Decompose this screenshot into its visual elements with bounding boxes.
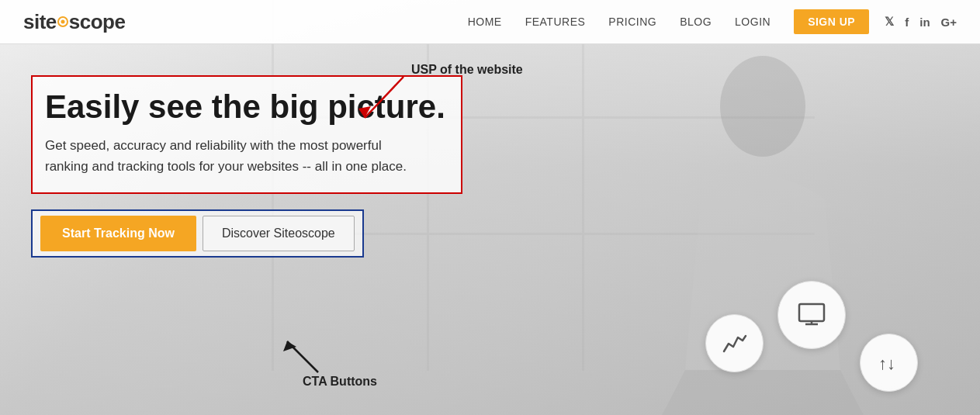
- usp-box: Easily see the big picture. Get speed, a…: [31, 75, 462, 194]
- monitor-icon-circle[interactable]: [777, 281, 846, 349]
- hero-content: Easily see the big picture. Get speed, a…: [31, 75, 462, 258]
- arrows-icon: ↑↓: [877, 351, 902, 375]
- signup-button[interactable]: SIGN UP: [794, 9, 869, 34]
- site-logo[interactable]: site scope: [23, 10, 125, 34]
- social-icons: 𝕏 f in G+: [885, 15, 957, 29]
- nav-login[interactable]: LOGIN: [735, 16, 770, 28]
- start-tracking-button[interactable]: Start Tracking Now: [40, 216, 196, 251]
- nav-home[interactable]: HOME: [468, 16, 502, 28]
- svg-text:↑↓: ↑↓: [878, 354, 895, 373]
- googleplus-icon[interactable]: G+: [941, 16, 957, 29]
- facebook-icon[interactable]: f: [905, 16, 909, 29]
- nav-blog[interactable]: BLOG: [680, 16, 712, 28]
- nav-pricing[interactable]: PRICING: [608, 16, 656, 28]
- logo-text-after: scope: [69, 10, 126, 34]
- analytics-icon-circle[interactable]: [705, 314, 764, 372]
- nav-features[interactable]: FEATURES: [525, 16, 586, 28]
- linkedin-icon[interactable]: in: [919, 16, 930, 29]
- navbar: site scope HOME FEATURES PRICING BLOG LO…: [0, 0, 980, 44]
- screen-icon: [796, 299, 827, 330]
- nav-links: HOME FEATURES PRICING BLOG LOGIN: [468, 16, 770, 28]
- svg-rect-12: [799, 304, 824, 321]
- logo-text-before: site: [23, 10, 57, 34]
- twitter-icon[interactable]: 𝕏: [885, 15, 894, 29]
- cta-box: Start Tracking Now Discover Siteoscope: [31, 209, 364, 258]
- hero-headline: Easily see the big picture.: [45, 89, 445, 125]
- chart-icon: [721, 330, 749, 358]
- ranking-icon-circle[interactable]: ↑↓: [860, 334, 918, 392]
- feature-icons-container: ↑↓: [705, 281, 918, 392]
- hero-subheadline: Get speed, accuracy and reliability with…: [45, 136, 445, 177]
- discover-button[interactable]: Discover Siteoscope: [203, 216, 355, 251]
- target-icon: [57, 16, 68, 27]
